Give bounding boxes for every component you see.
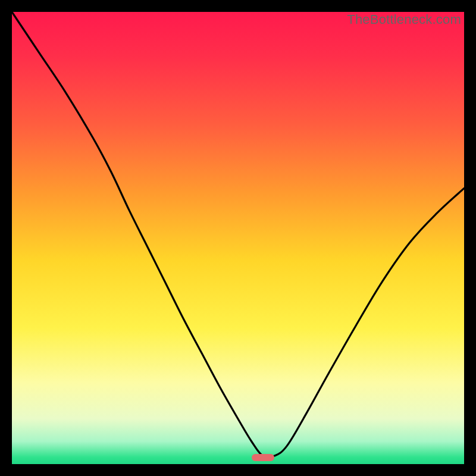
chart-svg (12, 12, 464, 464)
optimal-marker (252, 454, 274, 461)
gradient-background (12, 12, 464, 464)
chart-frame: TheBottleneck.com (0, 0, 476, 476)
plot-area: TheBottleneck.com (12, 12, 464, 464)
watermark-label: TheBottleneck.com (347, 12, 461, 27)
